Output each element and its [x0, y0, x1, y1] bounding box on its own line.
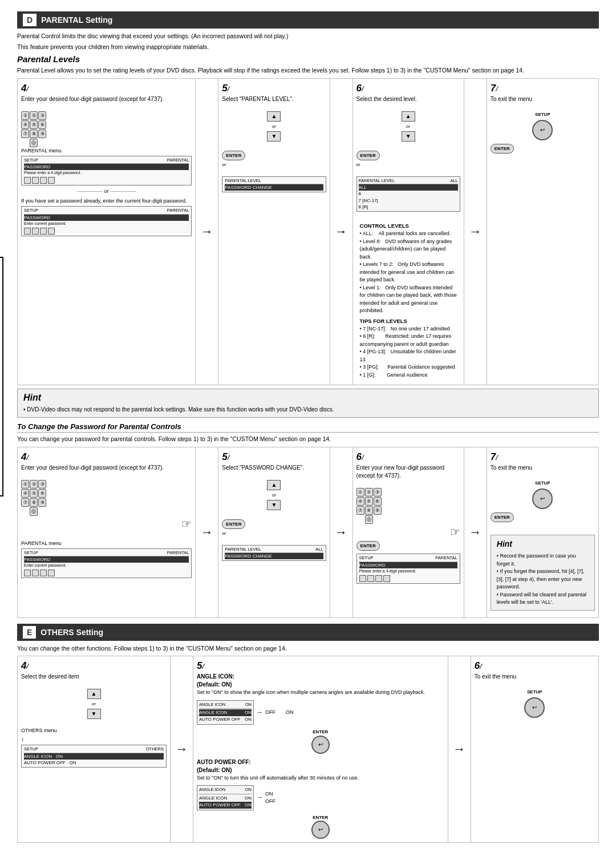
- parental-level-screen: PARENTAL LEVEL PASSWORD CHANGE: [222, 176, 326, 193]
- section-d-intro1: Parental Control limits the disc viewing…: [17, 32, 599, 41]
- section-d-intro2: This feature prevents your children from…: [17, 43, 599, 51]
- angle-screen-on: ANGLE ICONON ANGLE ICONON AUTO POWER OFF…: [197, 700, 254, 725]
- cp-enter-6: ENTER: [356, 541, 380, 551]
- others-step6: 6/ To exit the menu SETUP ↩: [471, 656, 598, 842]
- parental-menu-screen2: SETUPPARENTAL PASSWORD Enter current pas…: [21, 206, 192, 236]
- change-password-intro: You can change your password for parenta…: [17, 435, 599, 443]
- arrow-3: →: [464, 79, 487, 385]
- section-d-header: D PARENTAL Setting: [17, 11, 599, 29]
- cp-step5: 5/ Select "PASSWORD CHANGE". ▲ or ▼ ENTE…: [218, 447, 330, 617]
- others-arrow-2: →: [448, 656, 471, 842]
- enter-btn-5: ENTER: [222, 151, 245, 160]
- enter-btn-7: ENTER: [491, 144, 514, 154]
- keypad-icon: ①②③ ④⑤⑥ ⑦⑧⑨ ⓪: [21, 111, 46, 147]
- cp-pwd-change-screen: PARENTAL LEVELALL PASSWORD CHANGE: [222, 545, 326, 562]
- step4-num: 4/: [21, 83, 192, 93]
- parental-levels-intro: Parental Level allows you to set the rat…: [17, 66, 599, 75]
- cp-parental-screen: SETUPPARENTAL PASSWORD Enter current pas…: [21, 548, 192, 578]
- others-steps: 4/ Select the desired item ▲ or ▼ OTHERS…: [17, 656, 599, 843]
- keypad-icon-cp: ①②③ ④⑤⑥ ⑦⑧⑨ ⓪: [21, 480, 46, 516]
- step5-body: Select "PARENTAL LEVEL". ▲ or ▼ ENTER or…: [222, 95, 326, 192]
- section-d-letter: D: [23, 14, 37, 26]
- step7-num: 7/: [491, 83, 595, 93]
- cp-step7: 7/ To exit the menu SETUP ↩ ENTER Hint •…: [487, 447, 598, 617]
- hint2-box: Hint • Record the password in case you f…: [491, 535, 595, 610]
- step6-body: Select the desired level. ▲ or ▼ ENTER o…: [356, 95, 460, 381]
- arrow-1: →: [196, 79, 218, 385]
- cp-enter-7: ENTER: [491, 512, 514, 522]
- step6-num: 6/: [356, 83, 460, 93]
- cp-new-pwd-screen: SETUPPARENTAL PASSWORD Please enter a 4-…: [356, 554, 460, 583]
- parental-menu-label: PARENTAL menu: [21, 147, 192, 155]
- keypad-icon-cp6: ①②③ ④⑤⑥ ⑦⑧⑨ ⓪: [356, 488, 382, 524]
- section-e-title: OTHERS Setting: [40, 628, 103, 637]
- step4-parental: 4/ Enter your desired four-digit passwor…: [18, 79, 196, 385]
- change-password-steps: 4/ Enter your desired four-digit passwor…: [17, 447, 599, 617]
- hint1-title: Hint: [23, 393, 593, 403]
- cp-arrow-3: →: [464, 447, 487, 617]
- cp-step6: 6/ Enter your new four-digit password (e…: [353, 447, 464, 617]
- section-d-title: PARENTAL Setting: [41, 15, 112, 25]
- cp-enter-5: ENTER: [222, 519, 245, 529]
- hint2-text: • Record the password in case you forget…: [497, 552, 589, 607]
- parental-levels-steps: 4/ Enter your desired four-digit passwor…: [17, 78, 599, 385]
- level-select-screen: PARENTAL LEVELALL ALL 8 7 [NC-17] 6 [R]: [356, 176, 460, 212]
- others-menu-screen: SETUPOTHERS ANGLE ICON ON AUTO POWER OFF…: [21, 745, 167, 768]
- hint1-box: Hint • DVD-Video discs may not respond t…: [17, 389, 599, 418]
- others-arrow-1: →: [171, 656, 193, 842]
- arrow-2: →: [330, 79, 353, 385]
- cp-arrow-1: →: [196, 447, 218, 617]
- hint1-text: • DVD-Video discs may not respond to the…: [23, 405, 593, 414]
- others-step4: 4/ Select the desired item ▲ or ▼ OTHERS…: [18, 656, 171, 842]
- section-e-letter: E: [23, 626, 36, 639]
- section-e-header: E OTHERS Setting: [17, 624, 599, 641]
- enter-btn-6: ENTER: [356, 151, 380, 160]
- step5-num: 5/: [222, 83, 326, 93]
- parental-levels-title: Parental Levels: [17, 54, 599, 64]
- others-step5: 5/ ANGLE ICON: (Default: ON) Set to "ON"…: [193, 656, 448, 842]
- step5-parental: 5/ Select "PARENTAL LEVEL". ▲ or ▼ ENTER…: [218, 79, 330, 385]
- cp-step4: 4/ Enter your desired four-digit passwor…: [18, 447, 196, 617]
- hint2-title: Hint: [497, 539, 589, 550]
- step7-body: To exit the menu SETUP ↩ ENTER: [491, 95, 595, 155]
- control-levels: CONTROL LEVELS • ALL: All parental locks…: [356, 220, 460, 382]
- parental-menu-screen1: SETUPPARENTAL PASSWORD Please enter a 4-…: [21, 156, 192, 185]
- step4-body: Enter your desired four-digit password (…: [21, 95, 192, 236]
- auto-power-screen-on: ANGLE ICONON ANGLE ICONON AUTO POWER OFF…: [197, 785, 254, 810]
- cp-arrow-2: →: [330, 447, 353, 617]
- step6-parental: 6/ Select the desired level. ▲ or ▼ ENTE…: [353, 79, 464, 385]
- functions-sidebar: Functions: [0, 257, 3, 496]
- step7-parental: 7/ To exit the menu SETUP ↩ ENTER: [487, 79, 598, 385]
- section-e-intro: You can change the other functions. Foll…: [17, 644, 599, 653]
- change-password-title: To Change the Password for Parental Cont…: [17, 422, 599, 433]
